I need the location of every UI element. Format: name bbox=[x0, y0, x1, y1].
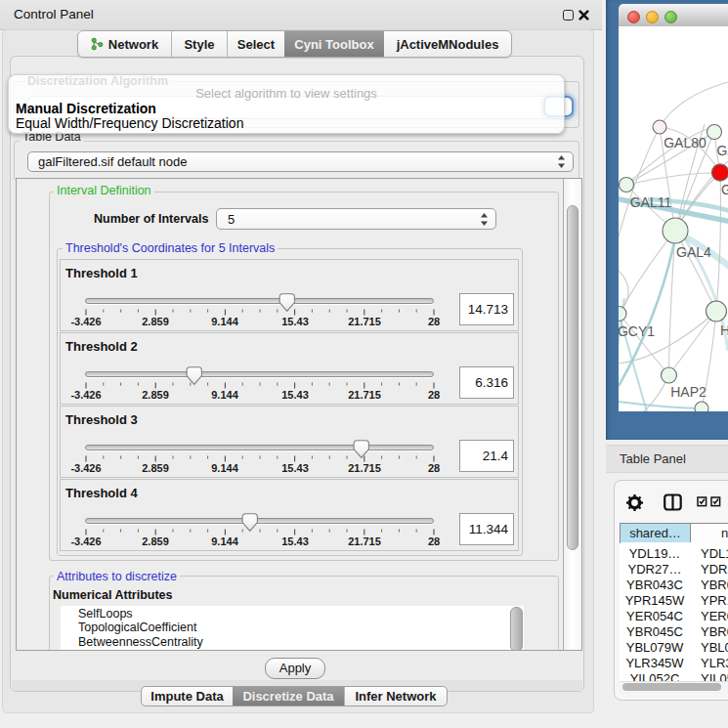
svg-text:HA: HA bbox=[720, 322, 728, 338]
svg-text:GAL: GAL bbox=[717, 143, 728, 158]
svg-text:GC: GC bbox=[721, 182, 728, 197]
svg-text:GAL80: GAL80 bbox=[664, 135, 707, 150]
svg-text:GAL4: GAL4 bbox=[676, 244, 711, 260]
svg-text:GAL11: GAL11 bbox=[630, 194, 672, 210]
svg-text:HAP2: HAP2 bbox=[670, 384, 707, 400]
svg-text:GCY1: GCY1 bbox=[619, 323, 655, 339]
